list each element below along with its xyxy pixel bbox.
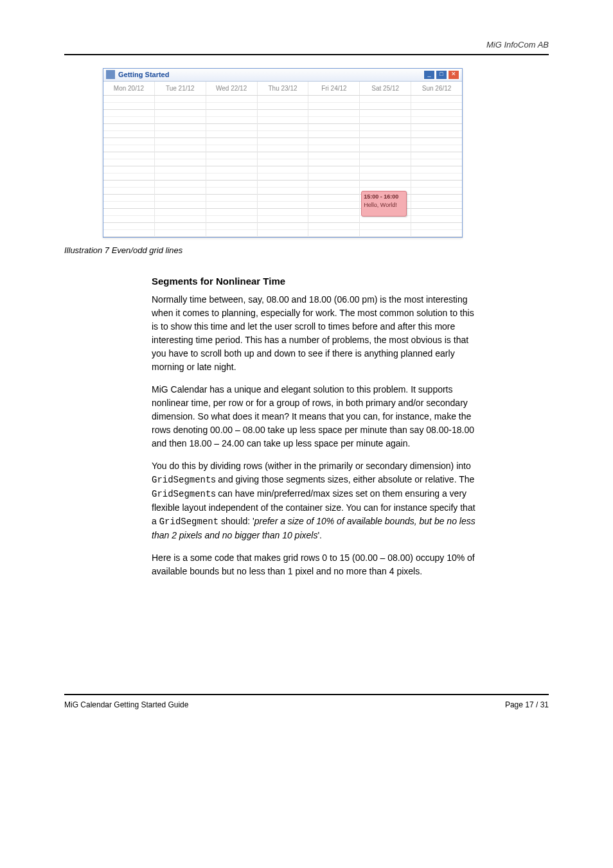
calendar-event[interactable]: 15:00 - 16:00 Hello, World! xyxy=(361,191,407,217)
code-run: GridSegment xyxy=(152,489,211,499)
day-header: Sun 26/12 xyxy=(411,82,462,95)
day-header: Thu 23/12 xyxy=(258,82,309,95)
day-column xyxy=(155,96,206,237)
calendar-grid: Mon 20/12 Tue 21/12 Wed 22/12 Thu 23/12 … xyxy=(103,82,462,237)
page-footer: MiG Calendar Getting Started Guide Page … xyxy=(64,694,549,711)
footer-right: Page 17 / 31 xyxy=(505,699,549,711)
event-label: Hello, World! xyxy=(364,201,404,210)
event-time: 15:00 - 16:00 xyxy=(364,193,404,202)
text-run: You do this by dividing rows (wither in … xyxy=(152,461,471,471)
calendar-body: 15:00 - 16:00 Hello, World! xyxy=(103,96,462,237)
text-run: s and giving those segments sizes, eithe… xyxy=(211,474,474,484)
footer-left: MiG Calendar Getting Started Guide xyxy=(64,699,188,711)
paragraph: You do this by dividing rows (wither in … xyxy=(152,459,476,542)
paragraph: Here is a some code that makes grid rows… xyxy=(152,551,476,578)
close-icon[interactable]: ✕ xyxy=(448,70,459,80)
day-header: Mon 20/12 xyxy=(103,82,155,95)
demo-window: Getting Started _ □ ✕ Mon 20/12 Tue 21/1… xyxy=(103,68,463,238)
code-run: GridSegment xyxy=(159,517,218,527)
day-header: Sat 25/12 xyxy=(360,82,411,95)
window-title: Getting Started xyxy=(118,69,423,80)
maximize-icon[interactable]: □ xyxy=(436,70,447,80)
day-column xyxy=(206,96,258,237)
code-run: GridSegment xyxy=(152,475,211,485)
day-header: Fri 24/12 xyxy=(308,82,360,95)
text-run: '. xyxy=(317,530,322,540)
day-column xyxy=(411,96,462,237)
day-column xyxy=(308,96,360,237)
text-run: should: ' xyxy=(218,516,254,526)
body-content: Segments for Nonlinear Time Normally tim… xyxy=(152,274,476,578)
minimize-icon[interactable]: _ xyxy=(423,70,435,80)
day-column xyxy=(258,96,309,237)
day-column xyxy=(103,96,155,237)
paragraph: MiG Calendar has a unique and elegant so… xyxy=(152,383,476,450)
day-column: 15:00 - 16:00 Hello, World! xyxy=(360,96,411,237)
calendar-header-row: Mon 20/12 Tue 21/12 Wed 22/12 Thu 23/12 … xyxy=(103,82,462,96)
section-heading: Segments for Nonlinear Time xyxy=(152,274,476,289)
paragraph: Normally time between, say, 08.00 and 18… xyxy=(152,293,476,374)
figure-caption: Illustration 7 Even/odd grid lines xyxy=(64,244,549,257)
day-header: Wed 22/12 xyxy=(206,82,258,95)
day-header: Tue 21/12 xyxy=(155,82,206,95)
brand-header: MiG InfoCom AB xyxy=(64,39,549,55)
window-titlebar: Getting Started _ □ ✕ xyxy=(103,69,462,82)
app-icon xyxy=(106,70,115,79)
illustration-figure: Getting Started _ □ ✕ Mon 20/12 Tue 21/1… xyxy=(103,68,549,238)
window-controls: _ □ ✕ xyxy=(423,70,459,80)
